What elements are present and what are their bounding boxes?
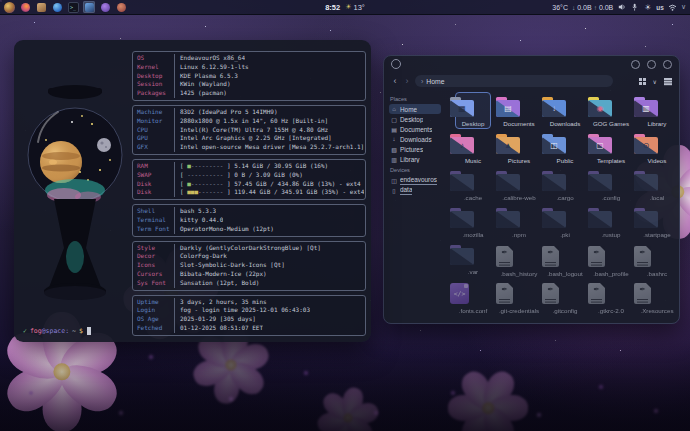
back-button[interactable]: ‹ bbox=[391, 76, 399, 86]
folder-dot-calibre-web[interactable]: .calibre-web bbox=[496, 170, 542, 201]
taskbar-app-file-manager[interactable] bbox=[83, 1, 95, 13]
sidebar-item-label: Downloads bbox=[400, 136, 432, 143]
folder-downloads[interactable]: ↓Downloads bbox=[542, 96, 588, 127]
folder-dot-cache[interactable]: .cache bbox=[450, 170, 496, 201]
file-label: .var bbox=[450, 268, 496, 275]
folder-dot-local[interactable]: .local bbox=[634, 170, 680, 201]
keyboard-layout[interactable]: us bbox=[656, 4, 664, 11]
fm-body: Places ⌂Home▢Desktop▤Documents↓Downloads… bbox=[384, 90, 679, 323]
file-dot-bash_history[interactable]: ✒.bash_history bbox=[496, 244, 542, 277]
fetch-value: EndeavourOS x86_64 bbox=[175, 54, 245, 63]
folder-dot-cargo[interactable]: .cargo bbox=[542, 170, 588, 201]
file-dot-gitconfig[interactable]: ✒.gitconfig bbox=[542, 281, 588, 314]
file-label: .cache bbox=[450, 194, 496, 201]
fetch-row: CursorsBibata-Modern-Ice (22px) bbox=[133, 270, 365, 279]
endeavouros-icon: ◫ bbox=[391, 177, 397, 184]
file-dot-bash_logout[interactable]: ✒.bash_logout bbox=[542, 244, 588, 277]
folder-dot-pki[interactable]: .pki bbox=[542, 207, 588, 238]
folder-dot-mozilla[interactable]: .mozilla bbox=[450, 207, 496, 238]
sidebar-item-library[interactable]: ▥Library bbox=[389, 154, 441, 164]
view-chevron-down-icon[interactable]: ∨ bbox=[653, 78, 657, 85]
file-dot-fonts.conf[interactable]: </>.fonts.conf bbox=[450, 281, 496, 314]
taskbar-app-media-app[interactable] bbox=[115, 1, 127, 13]
fetch-label: Session bbox=[133, 80, 175, 89]
fetch-label: Machine bbox=[133, 108, 175, 117]
folder-music[interactable]: ♪Music bbox=[450, 133, 496, 164]
hamburger-menu-icon[interactable] bbox=[664, 78, 672, 79]
fetch-label: RAM bbox=[133, 162, 175, 171]
titlebar-app-icon[interactable] bbox=[391, 59, 401, 69]
shell-prompt[interactable]: ✓ fog@space: ~ $ bbox=[23, 327, 91, 335]
sidebar-item-downloads[interactable]: ↓Downloads bbox=[389, 134, 441, 144]
microphone-icon[interactable] bbox=[630, 3, 639, 12]
file-manager-window[interactable]: ‹ › › Home ∨ Places ⌂Home▢Desktop▤Docume… bbox=[383, 55, 680, 324]
fetch-value: 83D2 (IdeaPad Pro 5 14IMH9) bbox=[175, 108, 278, 117]
maximize-button[interactable] bbox=[647, 60, 656, 69]
taskbar-app-archive-manager[interactable] bbox=[35, 1, 47, 13]
panel-expand-chevron-icon[interactable]: ∨ bbox=[681, 3, 686, 11]
net-speed-widget[interactable]: ↓ 0.0B ↑ 0.0B bbox=[572, 4, 613, 11]
view-grid-icon[interactable] bbox=[639, 78, 646, 85]
fetch-label: Sys Font bbox=[133, 279, 175, 288]
sidebar-item-home[interactable]: ⌂Home bbox=[389, 104, 441, 114]
file-dot-bashrc[interactable]: ✒.bashrc bbox=[634, 244, 680, 277]
fetch-label: CPU bbox=[133, 126, 175, 135]
prompt-check-icon: ✓ bbox=[23, 327, 27, 335]
fetch-row: CPUIntel(R) Core(TM) Ultra 7 155H @ 4.80… bbox=[133, 126, 365, 135]
folder-videos[interactable]: ⊙Videos bbox=[634, 133, 680, 164]
fetch-value: fog - login time 2025-12-01 06:43:03 bbox=[175, 306, 310, 315]
sidebar-item-pictures[interactable]: ▧Pictures bbox=[389, 144, 441, 154]
file-dot-bash_profile[interactable]: ✒.bash_profile bbox=[588, 244, 634, 277]
breadcrumb-location: Home bbox=[426, 78, 444, 85]
data-icon: ▯ bbox=[391, 187, 397, 194]
folder-icon bbox=[634, 174, 680, 191]
forward-button[interactable]: › bbox=[403, 76, 411, 86]
fetch-section-4: StyleDarkly (GentlyColorDarkStrongBlue) … bbox=[132, 241, 366, 291]
volume-icon[interactable] bbox=[617, 3, 626, 12]
folder-dot-config[interactable]: .config bbox=[588, 170, 634, 201]
folder-dot-npm[interactable]: .npm bbox=[496, 207, 542, 238]
file-label: Videos bbox=[634, 157, 680, 164]
taskbar-app-torrent-client[interactable] bbox=[99, 1, 111, 13]
file-dot-gtkrc-2.0[interactable]: ✒.gtkrc-2.0 bbox=[588, 281, 634, 314]
terminal-window[interactable]: OSEndeavourOS x86_64KernelLinux 6.12.59-… bbox=[14, 40, 371, 342]
folder-dot-startpage[interactable]: .startpage bbox=[634, 207, 680, 238]
folder-desktop[interactable]: ▦Desktop bbox=[450, 96, 496, 127]
folder-pictures[interactable]: ▲Pictures bbox=[496, 133, 542, 164]
sidebar-item-documents[interactable]: ▤Documents bbox=[389, 124, 441, 134]
folder-documents[interactable]: ▤Documents bbox=[496, 96, 542, 127]
close-button[interactable] bbox=[663, 60, 672, 69]
fetch-row: GPUIntel Arc Graphics @ 2.25 GHz [Integr… bbox=[133, 134, 365, 143]
devices-list: ◫endeavouros▯data bbox=[389, 175, 447, 195]
fetch-value: Intel Arc Graphics @ 2.25 GHz [Integrate… bbox=[175, 134, 332, 143]
taskbar-app-app-launcher[interactable] bbox=[3, 1, 15, 13]
taskbar-app-firefox[interactable] bbox=[19, 1, 31, 13]
folder-library[interactable]: ▥Library bbox=[634, 96, 680, 127]
clock[interactable]: 8:52 bbox=[325, 3, 340, 12]
wifi-icon[interactable] bbox=[668, 3, 677, 12]
folder-dot-rustup[interactable]: .rustup bbox=[588, 207, 634, 238]
taskbar-app-web-browser[interactable] bbox=[51, 1, 63, 13]
minimize-button[interactable] bbox=[631, 60, 640, 69]
sidebar-item-desktop[interactable]: ▢Desktop bbox=[389, 114, 441, 124]
folder-gog games[interactable]: ◉GOG Games bbox=[588, 96, 634, 127]
folder-icon bbox=[496, 211, 542, 228]
file-dot-git-credentials[interactable]: ✒.git-credentials bbox=[496, 281, 542, 314]
window-controls bbox=[631, 60, 672, 69]
sidebar-item-data[interactable]: ▯data bbox=[389, 185, 441, 195]
fetch-label: SWAP bbox=[133, 171, 175, 180]
brightness-icon[interactable]: ☀ bbox=[643, 3, 652, 12]
fm-titlebar[interactable] bbox=[384, 56, 679, 72]
file-icon: ✒ bbox=[588, 246, 634, 267]
folder-templates[interactable]: ▢Templates bbox=[588, 133, 634, 164]
folder-dot-var[interactable]: .var bbox=[450, 244, 496, 275]
fetch-value: 01-12-2025 08:51:07 EET bbox=[175, 324, 263, 333]
taskbar-app-terminal[interactable]: >_ bbox=[67, 1, 79, 13]
weather-widget[interactable]: ☀ 13° bbox=[345, 3, 365, 12]
breadcrumb[interactable]: › Home bbox=[415, 75, 613, 87]
terminal-icon: >_ bbox=[68, 2, 79, 13]
folder-public[interactable]: ◫Public bbox=[542, 133, 588, 164]
sidebar-item-endeavouros[interactable]: ◫endeavouros bbox=[389, 175, 441, 185]
file-dot-xresources[interactable]: ✒.Xresources bbox=[634, 281, 680, 314]
cpu-temp-widget[interactable]: 36°C bbox=[552, 4, 568, 11]
